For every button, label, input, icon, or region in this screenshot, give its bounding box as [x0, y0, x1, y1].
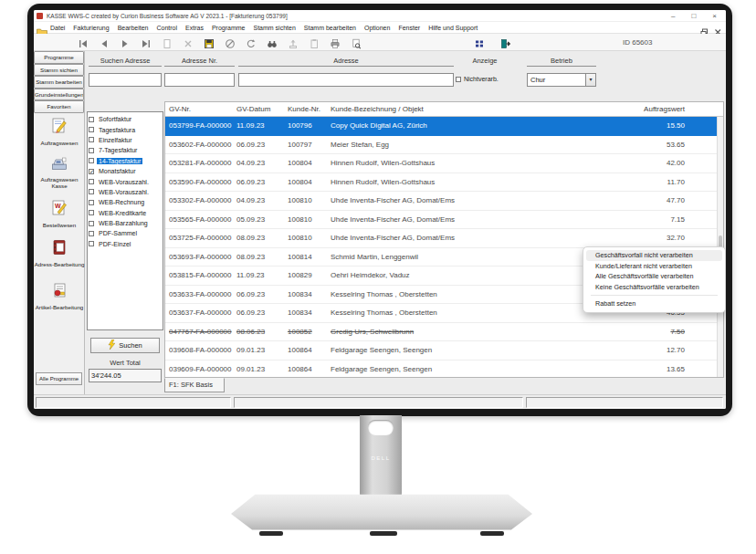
- menu-fakturierung[interactable]: Fakturierung: [73, 25, 109, 31]
- first-record-icon[interactable]: [78, 37, 89, 47]
- context-menu-item-kunde-nicht-verarbeiten[interactable]: Kunde/Lieferant nicht verarbeiten: [586, 261, 722, 272]
- print-preview-icon[interactable]: [351, 37, 362, 47]
- paste-icon[interactable]: [309, 37, 320, 47]
- cancel-icon[interactable]: [225, 37, 236, 47]
- window-list-icon[interactable]: [474, 37, 485, 47]
- checkbox[interactable]: [89, 231, 94, 236]
- mdi-minimize-icon[interactable]: [687, 24, 695, 32]
- exit-door-icon[interactable]: [500, 37, 511, 47]
- menu-extras[interactable]: Extras: [185, 25, 204, 31]
- table-row[interactable]: 053590-FA-00000006.09.23100804Hinnen Rud…: [165, 173, 723, 193]
- checkbox[interactable]: [89, 158, 94, 163]
- chevron-down-icon[interactable]: ▾: [585, 74, 595, 86]
- menu-bearbeiten[interactable]: Bearbeiten: [118, 25, 149, 31]
- checkbox[interactable]: [89, 221, 94, 226]
- suchen-button[interactable]: Suchen: [90, 338, 160, 353]
- program-bestellwesen[interactable]: W Bestellwesen: [34, 199, 85, 228]
- checkbox[interactable]: [89, 179, 94, 184]
- table-row-selected[interactable]: 053799-FA-00000011.09.23100796Copy Quick…: [165, 117, 723, 136]
- checkbox[interactable]: [89, 210, 94, 215]
- export-icon[interactable]: [288, 37, 299, 47]
- program-auftragswesen-kasse[interactable]: Auftragswesen Kasse: [34, 153, 85, 189]
- program-label: Bestellwesen: [34, 222, 85, 228]
- print-icon[interactable]: [330, 37, 341, 47]
- close-button[interactable]: ×: [712, 11, 717, 21]
- monitor-stand-column: DELL: [360, 415, 402, 500]
- minimize-button[interactable]: –: [671, 11, 675, 21]
- sidebar-button-grundeinstellungen[interactable]: Grundeinstellungen: [34, 89, 84, 101]
- tab-sfk-basis[interactable]: F1: SFK Basis: [164, 378, 225, 392]
- table-row[interactable]: 039609-FA-00000009.01.23100864Feldgarage…: [165, 361, 723, 380]
- checkbox[interactable]: [89, 189, 94, 194]
- filter-panel: Suchen Adresse Sofortfaktur Tagesfaktura…: [87, 51, 163, 394]
- sidebar-button-stamm-bearbeiten[interactable]: Stamm bearbeiten: [34, 76, 84, 89]
- program-auftragswesen[interactable]: Auftragswesen: [34, 117, 85, 146]
- all-programs-button[interactable]: Alle Programme: [36, 372, 82, 385]
- auftragswesen-icon: [50, 122, 68, 138]
- main-area: Programme Stamm sichten Stamm bearbeiten…: [34, 51, 726, 394]
- menu-stamm-sichten[interactable]: Stamm sichten: [254, 25, 296, 31]
- adresse-nr-label: Adresse Nr.: [164, 57, 235, 67]
- new-record-icon[interactable]: [162, 37, 173, 47]
- context-menu-item-rabatt-setzen[interactable]: Rabatt setzen: [586, 298, 722, 309]
- redo-icon[interactable]: [246, 37, 257, 47]
- table-row[interactable]: 053565-FA-00000005.09.23100810Uhde Inven…: [165, 211, 723, 230]
- program-label: Auftragswesen: [34, 140, 85, 146]
- adresse-input[interactable]: [238, 73, 454, 87]
- app-icon: [37, 13, 43, 19]
- last-record-icon[interactable]: [141, 37, 152, 47]
- list-item: WEB-Rechnung: [89, 197, 162, 207]
- checkbox[interactable]: [89, 127, 94, 132]
- delete-record-icon[interactable]: [183, 37, 194, 47]
- program-label: Auftragswesen Kasse: [34, 176, 85, 189]
- cable-management-hole: [368, 420, 394, 435]
- menu-stamm-bearbeiten[interactable]: Stamm bearbeiten: [304, 25, 356, 31]
- table-row[interactable]: 039608-FA-00000009.01.23100864Feldgarage…: [165, 341, 723, 361]
- table-row[interactable]: 053725-FA-00000008.09.23100810Uhde Inven…: [165, 229, 723, 248]
- mdi-close-icon[interactable]: [714, 24, 722, 32]
- menu-optionen[interactable]: Optionen: [364, 25, 390, 31]
- context-menu-item-keine-verarbeiten[interactable]: Keine Geschäftsvorfälle verarbeiten: [586, 282, 722, 293]
- sidebar-button-stamm-sichten[interactable]: Stamm sichten: [34, 64, 84, 77]
- invoice-type-list[interactable]: Sofortfaktur Tagesfaktura Einzelfaktur 7…: [87, 111, 163, 330]
- nichtverarb-label: Nichtverarb.: [464, 76, 499, 82]
- app-window: KASSE WWS-C created by Curion Business S…: [34, 10, 726, 409]
- suchen-adresse-input[interactable]: [89, 73, 162, 87]
- sidebar-button-programme[interactable]: Programme: [34, 51, 84, 64]
- menu-datei[interactable]: Datei: [50, 25, 65, 31]
- table-row[interactable]: 053602-FA-00000006.09.23100797Meier Stef…: [165, 136, 723, 155]
- program-adress-bearbeitung[interactable]: Adress-Bearbeitung: [34, 238, 85, 267]
- sidebar-button-favoriten[interactable]: Favoriten: [34, 100, 84, 113]
- mdi-restore-icon[interactable]: [700, 24, 709, 32]
- menu-programme[interactable]: Programme: [212, 25, 246, 31]
- context-menu-item-gv-nicht-verarbeiten[interactable]: Geschäftsvorfall nicht verarbeiten: [586, 250, 722, 261]
- menu-fenster[interactable]: Fenster: [398, 25, 420, 31]
- checkbox[interactable]: [89, 241, 94, 246]
- menu-control[interactable]: Control: [157, 25, 178, 31]
- monitor-brand-logo: DELL: [360, 455, 402, 461]
- program-artikel-bearbeitung[interactable]: Artikel-Bearbeitung: [34, 281, 85, 310]
- next-record-icon[interactable]: [120, 37, 131, 47]
- betrieb-dropdown[interactable]: Chur ▾: [527, 73, 596, 87]
- maximize-button[interactable]: □: [691, 11, 696, 21]
- checkbox[interactable]: [89, 117, 94, 122]
- list-item: PDF-Sammel: [89, 228, 162, 238]
- context-menu-item-alle-verarbeiten[interactable]: Alle Geschäftsvorfälle verarbeiten: [586, 271, 722, 282]
- menu-bar: Datei Fakturierung Bearbeiten Control Ex…: [34, 22, 726, 34]
- previous-record-icon[interactable]: [99, 37, 110, 47]
- table-row-struck[interactable]: 047767-FA-00000008.06.23100852Gredig Urs…: [165, 323, 723, 342]
- table-row[interactable]: 053281-FA-00000004.09.23100804Hinnen Rud…: [165, 154, 723, 173]
- checkbox[interactable]: [89, 148, 94, 153]
- checkbox-checked[interactable]: ✓: [89, 169, 94, 174]
- search-binoculars-icon[interactable]: [267, 37, 278, 47]
- adresse-nr-input[interactable]: [164, 73, 235, 87]
- menu-hilfe[interactable]: Hilfe und Support: [428, 25, 478, 31]
- nichtverarb-checkbox[interactable]: [456, 77, 461, 82]
- list-item: WEB-Barzahlung: [89, 218, 162, 228]
- checkbox[interactable]: [89, 200, 94, 205]
- checkbox[interactable]: [89, 137, 94, 142]
- context-menu-separator: [591, 295, 718, 296]
- table-row[interactable]: 053302-FA-00000004.09.23100810Uhde Inven…: [165, 192, 723, 211]
- suchen-adresse-label: Suchen Adresse: [89, 57, 162, 67]
- save-icon[interactable]: [204, 37, 215, 47]
